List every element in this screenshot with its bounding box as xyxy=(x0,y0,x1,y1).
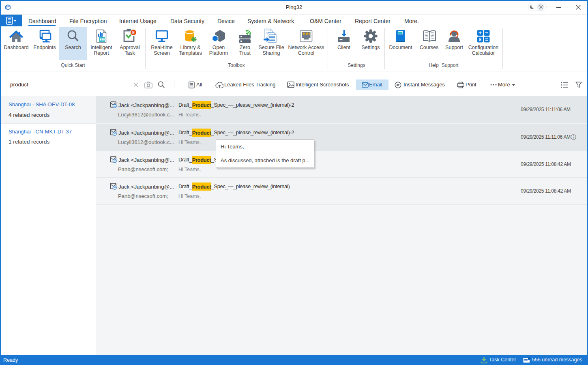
svg-text:8: 8 xyxy=(132,30,135,35)
